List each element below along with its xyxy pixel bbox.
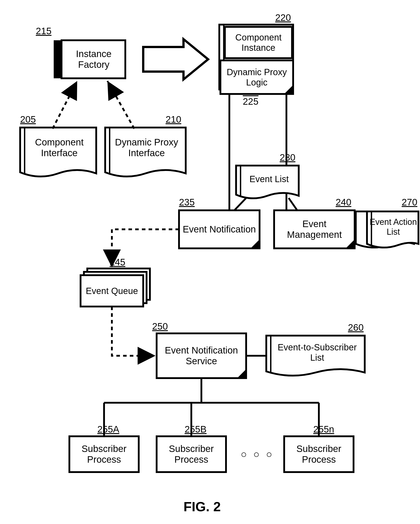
svg-line-31 <box>107 81 134 129</box>
ref-event-management: 240 <box>336 197 351 208</box>
figure-label: FIG. 2 <box>184 499 221 514</box>
event-notification-service: Event Notification Service <box>157 333 246 378</box>
ref-event-queue: 245 <box>110 257 125 268</box>
dynamic-proxy-logic: Dynamic Proxy Logic <box>220 61 293 94</box>
ref-instance-factory: 215 <box>36 26 52 36</box>
ref-subscriber-n: 255n <box>313 424 334 435</box>
ref-component-instance: 220 <box>275 12 291 23</box>
event-list: Event List <box>241 167 298 191</box>
ref-subscriber-a: 255A <box>97 424 119 435</box>
svg-line-30 <box>52 81 77 129</box>
ref-event-to-subscriber-list: 260 <box>348 322 364 333</box>
ref-event-notification: 235 <box>179 197 195 208</box>
event-notification: Event Notification <box>179 210 260 248</box>
subscriber-process-a: Subscriber Process <box>69 436 139 472</box>
component-instance: Component Instance <box>225 27 292 58</box>
dynamic-proxy-interface: Dynamic Proxy Interface <box>110 130 184 166</box>
ref-dynamic-proxy-logic: 225 <box>243 96 258 107</box>
svg-rect-0 <box>54 40 62 78</box>
instance-factory: Instance Factory <box>62 40 125 78</box>
ref-component-interface: 205 <box>20 114 36 125</box>
ref-event-action-list: 270 <box>402 197 417 208</box>
event-to-subscriber-list: Event-to-Subscriber List <box>271 337 364 368</box>
diagram-canvas: Instance Factory 215 Component Interface… <box>0 0 420 524</box>
event-queue: Event Queue <box>80 275 143 306</box>
ellipsis: ○ ○ ○ <box>237 445 278 463</box>
subscriber-process-b: Subscriber Process <box>157 436 226 472</box>
event-action-list: Event Action List <box>369 213 417 242</box>
subscriber-process-n: Subscriber Process <box>284 436 354 472</box>
ref-event-list: 230 <box>280 152 295 163</box>
event-management: Event Management <box>274 210 355 248</box>
ref-subscriber-b: 255B <box>185 424 207 435</box>
ref-event-notification-service: 250 <box>152 321 168 332</box>
component-interface: Component Interface <box>25 130 94 166</box>
ref-dynamic-proxy-interface: 210 <box>166 114 181 125</box>
